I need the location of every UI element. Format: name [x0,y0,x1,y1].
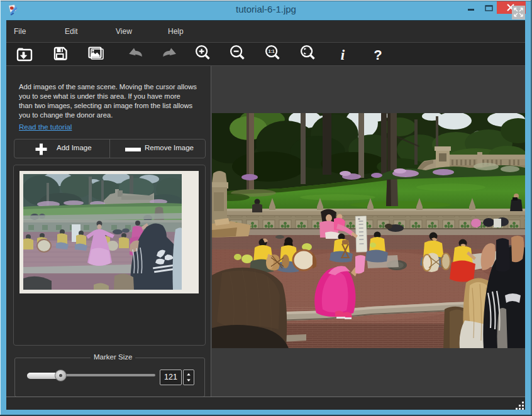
svg-text:i: i [341,47,345,63]
svg-text:1:1: 1:1 [269,49,275,53]
svg-text:?: ? [374,47,382,63]
